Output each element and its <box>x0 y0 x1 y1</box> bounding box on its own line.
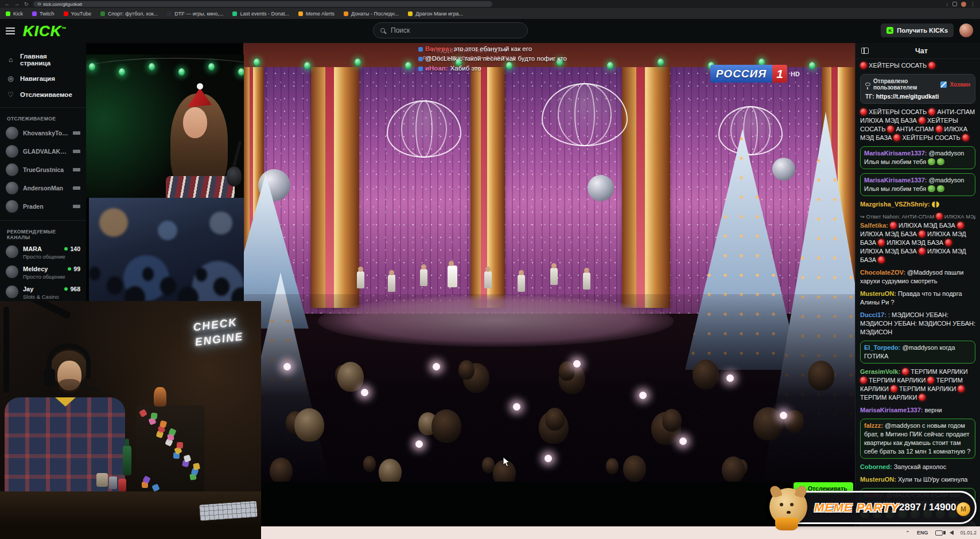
bookmark-item[interactable]: Twitch <box>32 11 55 17</box>
volume-icon[interactable] <box>950 530 954 535</box>
audience-head <box>458 360 475 380</box>
channel-name: GLADVALAKASPWNZ <box>23 148 68 155</box>
browser-menu-icon[interactable]: ⋮ <box>970 2 975 7</box>
heart-icon: ♡ <box>7 91 14 99</box>
chat-message: Mazgrisha_VSZhShniy: <box>860 200 975 209</box>
channel-name: MARA <box>23 245 60 252</box>
bookmark-item[interactable]: Драгон Мани игра... <box>408 11 463 17</box>
live-dot-icon <box>64 247 68 251</box>
blurred-light <box>158 221 177 240</box>
performer-figure <box>420 269 427 286</box>
pinned-username[interactable]: Хозяин <box>950 81 970 88</box>
refresh-icon[interactable]: ↻ <box>24 2 29 7</box>
chat-message: Coborned: Запускай архолос <box>860 463 975 471</box>
red-orb-emote-icon <box>958 385 965 392</box>
table-lamp <box>513 403 520 411</box>
followed-channel-row[interactable]: TrueGrustnica <box>0 161 86 179</box>
followed-channel-row[interactable]: GLADVALAKASPWNZ <box>0 142 86 161</box>
audience-head <box>559 361 575 381</box>
chat-username[interactable]: MarisaKirisame1337: <box>864 150 927 157</box>
audience-head <box>784 410 804 433</box>
chat-username[interactable]: El_Torpedo: <box>864 344 900 351</box>
blurred-light <box>209 212 232 235</box>
table-lamp <box>679 438 687 445</box>
chat-username[interactable]: MusteruON: <box>860 476 896 483</box>
url-text: kick.com/gitgudkati <box>44 2 83 7</box>
chat-username[interactable]: MarisaKirisame1337: <box>864 177 927 183</box>
bookmark-item[interactable]: YouTube <box>64 11 91 17</box>
chat-username[interactable]: Ducci17: <box>860 311 886 318</box>
followed-channel-row[interactable]: KhovanskyToday <box>0 124 86 142</box>
red-orb-emote-icon <box>860 108 867 115</box>
can <box>109 476 117 489</box>
followed-channel-row[interactable]: Praden <box>0 197 86 216</box>
followed-channel-row[interactable]: AndersonMan <box>0 179 86 197</box>
recommended-channel-row[interactable]: MeldecyПросто общение99 <box>0 263 86 283</box>
sticker <box>177 442 183 448</box>
chat-username[interactable]: Coborned: <box>860 463 892 470</box>
bookmark-favicon-icon <box>100 11 105 16</box>
forward-icon[interactable]: → <box>14 2 20 7</box>
get-kicks-button[interactable]: K Получить KICKs <box>881 24 954 37</box>
bookmark-item[interactable]: Спорт: футбол, хок... <box>100 11 158 17</box>
chat-username[interactable]: GerasimVolk: <box>860 368 900 375</box>
audience-head <box>431 409 461 443</box>
table-lamp <box>283 363 291 370</box>
hamburger-menu-icon[interactable] <box>6 28 15 34</box>
channel-name: Meldecy <box>23 265 63 272</box>
bookmark-item[interactable]: Meme Alerts <box>298 11 335 17</box>
download-icon[interactable]: ↓ <box>946 2 949 7</box>
chat-username[interactable]: Mazgrisha_VSZhShniy: <box>860 201 930 208</box>
clock-date[interactable]: 01.01.2 <box>960 530 977 536</box>
red-orb-emote-icon <box>928 108 935 115</box>
meme-party-progress: 2897 / 14900 <box>899 502 956 513</box>
url-bar[interactable]: kick.com/gitgudkati <box>33 1 492 7</box>
sidebar-item-browse[interactable]: ◎ Навигация <box>0 71 86 87</box>
sidebar-item-home[interactable]: ⌂ Главная страница <box>0 49 86 71</box>
recommended-channel-row[interactable]: JaySlots & Casino968 <box>0 283 86 303</box>
stage-pillar <box>622 67 670 308</box>
audience-head <box>722 456 745 482</box>
chat-username[interactable]: MusteruON: <box>860 290 896 297</box>
audience-head <box>693 360 719 389</box>
channel-avatar <box>6 245 18 258</box>
clip-camera-icon <box>73 205 80 208</box>
chat-username[interactable]: Salfetika: <box>860 222 888 229</box>
bookmark-item[interactable]: Kick <box>6 11 23 17</box>
network-icon[interactable] <box>935 530 943 536</box>
search-bar[interactable] <box>373 22 528 38</box>
viewer-count: 968 <box>70 286 80 292</box>
language-indicator[interactable]: ENG <box>917 530 928 536</box>
table-lamp <box>573 360 581 368</box>
audience-head <box>379 459 402 482</box>
recommended-channel-row[interactable]: MARAПросто общение140 <box>0 243 86 263</box>
table-lamp <box>726 374 734 382</box>
user-avatar[interactable] <box>959 24 973 37</box>
channel-avatar <box>6 286 18 298</box>
telegram-link[interactable]: https://t.me/gitgudkati <box>876 93 939 100</box>
chat-username[interactable]: falzzz: <box>864 422 883 429</box>
tray-expand-icon[interactable]: ⌃ <box>905 530 910 536</box>
back-icon[interactable]: ← <box>5 2 10 7</box>
bookmark-item[interactable]: Донаты - Последн... <box>344 11 399 17</box>
kick-logo[interactable]: KICK™ <box>23 22 67 40</box>
sidebar-item-following[interactable]: ♡ Отслеживаемое <box>0 87 86 103</box>
search-icon <box>380 28 385 33</box>
bookmark-favicon-icon <box>232 11 237 16</box>
bookmark-item[interactable]: DTF — игры, кино,... <box>167 11 223 17</box>
chat-username[interactable]: MarisaKirisame1337: <box>860 407 923 413</box>
bookmark-item[interactable]: Last events - Donat... <box>232 11 289 17</box>
coin-icon: M <box>956 502 970 516</box>
pinned-message[interactable]: Отправлено пользователем Хозяин ТГ: http… <box>860 74 975 104</box>
browser-profile-avatar[interactable] <box>961 2 966 7</box>
chat-username[interactable]: ChocolateZOV: <box>860 269 905 276</box>
browser-toolbar: ← → ↻ kick.com/gitgudkati ↓ ⋮ <box>0 0 980 8</box>
viewer-count: 99 <box>73 265 80 272</box>
host-webcam: CHECK ENGINE <box>0 301 261 539</box>
search-input[interactable] <box>390 26 520 35</box>
extensions-icon[interactable] <box>952 2 957 6</box>
streamer-webcam <box>84 54 244 198</box>
kicks-icon: K <box>886 27 893 34</box>
collapse-chat-icon[interactable] <box>861 48 869 54</box>
audience-head <box>753 407 783 440</box>
